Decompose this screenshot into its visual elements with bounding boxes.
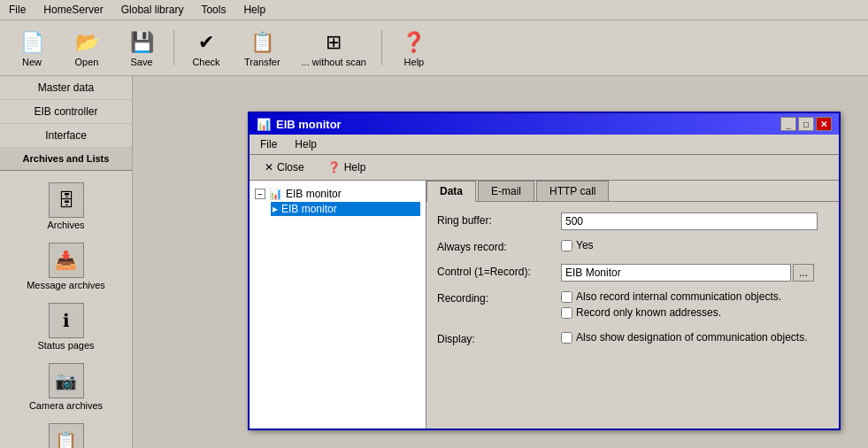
ring-buffer-row: Ring buffer: xyxy=(437,212,828,230)
recording-option2-row: Record only known addresses. xyxy=(561,306,828,319)
tree-root-item[interactable]: − 📊 EIB monitor xyxy=(255,186,420,202)
menu-bar: File HomeServer Global library Tools Hel… xyxy=(0,0,868,20)
sidebar-item-master-data[interactable]: Master data xyxy=(0,76,132,100)
display-option1-row: Also show designation of communication o… xyxy=(561,331,828,344)
display-options: Also show designation of communication o… xyxy=(561,331,828,347)
dialog-menubar: File Help xyxy=(250,135,839,155)
display-row: Display: Also show designation of commun… xyxy=(437,331,828,347)
main-layout: Master data EIB controller Interface Arc… xyxy=(0,76,868,448)
control-row: Control (1=Record): ... xyxy=(437,264,828,282)
help-button[interactable]: ❓ Help xyxy=(388,24,441,72)
sidebar-message-archives[interactable]: 📥 Message archives xyxy=(9,238,124,295)
sidebar-icons: 🗄 Archives 📥 Message archives ℹ Status p… xyxy=(0,171,132,448)
recording-known-checkbox[interactable] xyxy=(561,307,572,319)
tab-data[interactable]: Data xyxy=(426,181,476,202)
recording-internal-checkbox[interactable] xyxy=(561,291,572,303)
help-label: Help xyxy=(404,57,425,67)
save-button[interactable]: 💾 Save xyxy=(115,24,168,72)
dialog-help-button[interactable]: ❓ Help xyxy=(319,158,374,176)
help-icon: ❓ xyxy=(400,28,428,57)
eib-monitor-dialog: 📊 EIB monitor _ □ ✕ File Help ✕ Close xyxy=(248,112,841,430)
minimize-button[interactable]: _ xyxy=(780,117,796,131)
close-dialog-button[interactable]: ✕ xyxy=(816,117,832,131)
new-button[interactable]: 📄 New xyxy=(5,24,58,72)
archives-icon: 🗄 xyxy=(49,182,84,218)
recording-row: Recording: Also record internal communic… xyxy=(437,290,828,322)
menu-tools[interactable]: Tools xyxy=(196,2,231,18)
save-label: Save xyxy=(130,57,152,67)
tree-child-item[interactable]: ▸ EIB monitor xyxy=(271,202,420,216)
new-icon: 📄 xyxy=(18,28,46,57)
archives-label: Archives xyxy=(47,220,84,230)
maximize-button[interactable]: □ xyxy=(798,117,814,131)
tree-eib-icon: 📊 xyxy=(269,188,282,200)
open-icon: 📂 xyxy=(73,28,101,57)
close-icon: ✕ xyxy=(265,161,273,174)
sidebar-system-lists[interactable]: 📋 System lists xyxy=(9,419,124,448)
display-label: Display: xyxy=(437,331,561,345)
dialog-title-text: EIB monitor xyxy=(276,118,342,131)
sidebar-camera-archives[interactable]: 📷 Camera archives xyxy=(9,359,124,415)
message-archives-label: Message archives xyxy=(27,280,105,290)
ring-buffer-value-container xyxy=(561,212,828,230)
sidebar-item-archives-and-lists[interactable]: Archives and Lists xyxy=(0,148,132,170)
always-record-checkbox[interactable] xyxy=(561,240,572,251)
control-browse-button[interactable]: ... xyxy=(793,264,814,282)
recording-label: Recording: xyxy=(437,290,561,305)
tabs-bar: Data E-mail HTTP call xyxy=(426,181,839,202)
toolbar: 📄 New 📂 Open 💾 Save ✔ Check 📋 Transfer ⊞… xyxy=(0,20,868,76)
open-button[interactable]: 📂 Open xyxy=(60,24,113,72)
check-label: Check xyxy=(192,57,219,67)
dialog-toolbar: ✕ Close ❓ Help xyxy=(250,155,839,181)
menu-global-library[interactable]: Global library xyxy=(116,2,189,18)
tree-root-label: EIB monitor xyxy=(286,188,342,200)
dialog-help-icon: ❓ xyxy=(327,161,341,174)
recording-option1-label: Also record internal communication objec… xyxy=(576,290,781,303)
dialog-controls: _ □ ✕ xyxy=(780,117,832,131)
tree-child-icon: ▸ xyxy=(273,203,278,215)
menu-file[interactable]: File xyxy=(4,2,31,18)
sidebar-status-pages[interactable]: ℹ Status pages xyxy=(9,298,124,355)
ring-buffer-input[interactable] xyxy=(561,212,818,230)
always-record-checkbox-row: Yes xyxy=(561,239,828,251)
save-icon: 💾 xyxy=(127,28,156,57)
dialog-body: − 📊 EIB monitor ▸ EIB monitor xyxy=(250,181,839,429)
dialog-close-button[interactable]: ✕ Close xyxy=(257,158,312,176)
transfer-label: Transfer xyxy=(244,57,280,67)
without-scan-label: ... without scan xyxy=(302,57,366,67)
ring-buffer-label: Ring buffer: xyxy=(437,212,561,227)
system-lists-icon: 📋 xyxy=(49,423,84,448)
dialog-menu-help[interactable]: Help xyxy=(288,136,324,152)
sidebar-item-interface[interactable]: Interface xyxy=(0,124,132,148)
recording-option2-label: Record only known addresses. xyxy=(576,306,721,319)
menu-help[interactable]: Help xyxy=(238,2,271,18)
control-input[interactable] xyxy=(561,264,791,282)
toolbar-separator-2 xyxy=(381,30,382,66)
tree-panel: − 📊 EIB monitor ▸ EIB monitor xyxy=(250,181,426,429)
without-scan-button[interactable]: ⊞ ... without scan xyxy=(292,24,376,72)
check-button[interactable]: ✔ Check xyxy=(180,24,233,72)
dialog-help-label: Help xyxy=(344,161,366,174)
display-option1-label: Also show designation of communication o… xyxy=(576,331,807,344)
sidebar-nav: Master data EIB controller Interface Arc… xyxy=(0,76,132,171)
toolbar-separator-1 xyxy=(173,30,174,66)
sidebar: Master data EIB controller Interface Arc… xyxy=(0,76,133,448)
tree-expand-icon[interactable]: − xyxy=(255,189,265,199)
always-record-yes-label: Yes xyxy=(576,239,594,251)
tab-email[interactable]: E-mail xyxy=(478,181,534,201)
always-record-value: Yes xyxy=(561,239,828,255)
dialog-menu-file[interactable]: File xyxy=(253,136,284,152)
menu-homeserver[interactable]: HomeServer xyxy=(38,2,108,18)
camera-archives-label: Camera archives xyxy=(29,400,103,411)
transfer-button[interactable]: 📋 Transfer xyxy=(234,24,290,72)
props-panel: Data E-mail HTTP call Ring buffer: xyxy=(426,181,839,429)
tab-http-call[interactable]: HTTP call xyxy=(536,181,609,201)
tree-children: ▸ EIB monitor xyxy=(255,202,420,216)
sidebar-archives[interactable]: 🗄 Archives xyxy=(9,178,124,235)
tree-child-label: EIB monitor xyxy=(281,203,337,215)
props-content: Ring buffer: Always record: Ye xyxy=(426,202,839,367)
sidebar-item-eib-controller[interactable]: EIB controller xyxy=(0,100,132,124)
display-designation-checkbox[interactable] xyxy=(561,332,572,344)
recording-option1-row: Also record internal communication objec… xyxy=(561,290,828,303)
open-label: Open xyxy=(75,57,99,67)
